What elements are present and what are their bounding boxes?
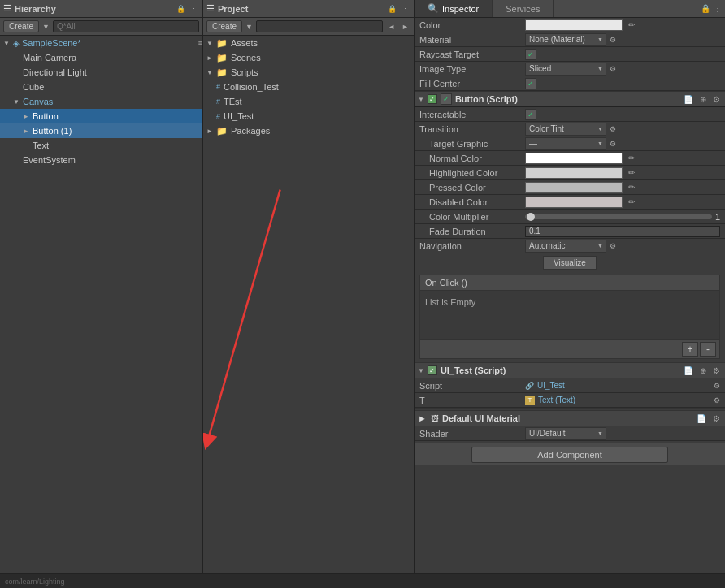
script-options[interactable]: ⚙	[714, 382, 720, 390]
onclick-add-btn[interactable]: +	[682, 342, 698, 357]
sample-scene-arrow: ▼	[3, 40, 13, 47]
material-options[interactable]: ⚙	[610, 36, 616, 44]
project-create-arrow[interactable]: ▼	[245, 23, 253, 31]
ui-test-edit-btn[interactable]: 📄	[682, 366, 695, 375]
highlighted-color-pencil[interactable]: ✏	[626, 167, 637, 179]
interactable-checkbox[interactable]	[525, 109, 536, 120]
script-ref-text: UI_Test	[537, 381, 565, 390]
hierarchy-item-directional-light[interactable]: Directional Light	[0, 65, 202, 80]
button-script-settings-btn[interactable]: ⚙	[711, 95, 722, 104]
project-item-ui-test[interactable]: # UI_Test	[203, 109, 414, 123]
image-type-dropdown[interactable]: Sliced	[525, 63, 606, 76]
pressed-color-pencil[interactable]: ✏	[626, 182, 637, 193]
hierarchy-item-text[interactable]: Text	[0, 138, 202, 153]
raycast-target-value	[525, 49, 720, 60]
navigation-options[interactable]: ⚙	[610, 242, 616, 250]
project-item-collision-test[interactable]: # Collision_Test	[203, 80, 414, 94]
hierarchy-item-canvas[interactable]: ▼ Canvas	[0, 94, 202, 109]
t-options[interactable]: ⚙	[714, 396, 720, 404]
ui-test-settings-btn[interactable]: ⚙	[711, 366, 722, 375]
material-dropdown[interactable]: None (Material)	[525, 33, 606, 46]
hierarchy-lock-btn[interactable]: 🔒	[175, 4, 187, 14]
color-multiplier-slider[interactable]	[525, 214, 712, 219]
project-lock-btn[interactable]: 🔒	[386, 4, 398, 14]
button-1-arrow: ►	[23, 128, 33, 135]
project-item-scenes[interactable]: ► 📁 Scenes	[203, 50, 414, 65]
transition-row: Transition Color Tint ⚙	[415, 122, 725, 136]
project-item-test[interactable]: # TEst	[203, 94, 414, 109]
color-pencil-btn[interactable]: ✏	[626, 19, 637, 31]
tab-inspector[interactable]: 🔍 Inspector	[415, 0, 493, 17]
services-tab-label: Services	[506, 4, 540, 14]
project-nav-left[interactable]: ◄	[386, 22, 397, 32]
fade-duration-input[interactable]	[525, 226, 720, 237]
hierarchy-item-cube[interactable]: Cube	[0, 80, 202, 94]
project-item-packages[interactable]: ► 📁 Packages	[203, 123, 414, 138]
ui-test-script-arrow[interactable]: ▼	[418, 367, 424, 374]
add-component-bar: Add Component	[415, 443, 725, 465]
color-picker[interactable]	[525, 19, 623, 31]
hierarchy-more-btn[interactable]: ⋮	[189, 4, 199, 14]
ui-test-icon: #	[216, 112, 220, 120]
disabled-color-pencil[interactable]: ✏	[626, 197, 637, 208]
default-material-expand-arrow[interactable]: ►	[418, 413, 431, 423]
image-type-options[interactable]: ⚙	[610, 65, 616, 73]
hierarchy-item-button[interactable]: ► Button	[0, 109, 202, 123]
project-item-scripts[interactable]: ▼ 📁 Scripts	[203, 65, 414, 80]
color-value: ✏	[525, 19, 720, 31]
project-more-btn[interactable]: ⋮	[400, 4, 410, 14]
fill-center-checkbox[interactable]	[525, 78, 536, 89]
transition-options[interactable]: ⚙	[610, 125, 616, 133]
hierarchy-search-input[interactable]	[53, 20, 199, 32]
raycast-target-checkbox[interactable]	[525, 49, 536, 60]
default-material-settings-btn[interactable]: ⚙	[711, 414, 722, 423]
navigation-dropdown[interactable]: Automatic	[525, 240, 606, 253]
visualize-btn[interactable]: Visualize	[543, 256, 597, 270]
onclick-empty-text: List is Empty	[420, 291, 719, 339]
pressed-color-picker[interactable]	[525, 182, 623, 193]
hierarchy-item-button-1[interactable]: ► Button (1)	[0, 123, 202, 138]
project-nav-right[interactable]: ►	[400, 22, 410, 32]
button-script-arrow[interactable]: ▼	[418, 96, 424, 103]
shader-label: Shader	[419, 429, 525, 439]
hierarchy-item-sample-scene[interactable]: ▼ ◈ SampleScene* ≡	[0, 36, 202, 50]
inspector-more-btn[interactable]: ⋮	[714, 4, 722, 13]
collision-test-icon: #	[216, 83, 220, 91]
raycast-target-label: Raycast Target	[419, 50, 525, 59]
highlighted-color-picker[interactable]	[525, 167, 623, 179]
transition-dropdown[interactable]: Color Tint	[525, 123, 606, 136]
create-dropdown-arrow[interactable]: ▼	[42, 23, 50, 31]
project-search-input[interactable]	[256, 20, 383, 32]
add-component-btn[interactable]: Add Component	[471, 447, 668, 463]
raycast-target-row: Raycast Target	[415, 47, 725, 62]
image-type-label: Image Type	[419, 64, 525, 74]
project-content: ▼ 📁 Assets ► 📁 Scenes ▼ 📁 Scripts #	[203, 36, 414, 138]
hierarchy-create-btn[interactable]: Create	[3, 20, 39, 32]
default-material-edit-btn[interactable]: 📄	[695, 414, 708, 423]
shader-dropdown[interactable]: UI/Default	[525, 427, 606, 440]
hierarchy-item-main-camera[interactable]: Main Camera	[0, 50, 202, 65]
ui-test-target-btn[interactable]: ⊕	[698, 366, 708, 375]
shader-row: Shader UI/Default	[415, 426, 725, 441]
disabled-color-picker[interactable]	[525, 197, 623, 208]
target-graphic-text: —	[529, 139, 537, 148]
onclick-remove-btn[interactable]: -	[700, 342, 716, 357]
project-item-assets[interactable]: ▼ 📁 Assets	[203, 36, 414, 50]
project-create-btn[interactable]: Create	[206, 20, 242, 32]
normal-color-pencil[interactable]: ✏	[626, 153, 637, 164]
svg-line-1	[207, 190, 280, 443]
target-graphic-options[interactable]: ⚙	[610, 140, 616, 148]
inspector-tab-icon: 🔍	[428, 3, 439, 14]
hierarchy-item-event-system[interactable]: EventSystem	[0, 153, 202, 167]
interactable-value	[525, 109, 720, 120]
inspector-lock-btn[interactable]: 🔒	[701, 4, 710, 13]
button-script-target-btn[interactable]: ⊕	[698, 95, 708, 104]
target-graphic-dropdown[interactable]: —	[525, 137, 606, 150]
t-label: T	[419, 396, 525, 405]
hierarchy-content: ▼ ◈ SampleScene* ≡ Main Camera Direction…	[0, 36, 202, 573]
button-script-checkbox[interactable]	[441, 93, 452, 105]
normal-color-picker[interactable]	[525, 153, 623, 164]
tab-services[interactable]: Services	[493, 0, 554, 17]
button-script-edit-btn[interactable]: 📄	[682, 95, 695, 104]
inspector-tabs: 🔍 Inspector Services 🔒 ⋮	[415, 0, 725, 18]
